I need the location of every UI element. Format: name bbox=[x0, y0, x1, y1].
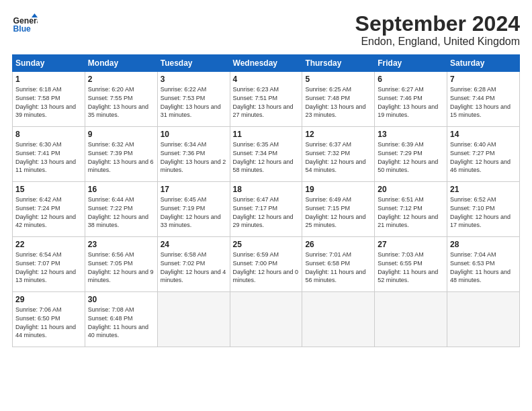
day-number: 6 bbox=[378, 74, 444, 85]
table-row: 19Sunrise: 6:49 AM Sunset: 7:15 PM Dayli… bbox=[302, 182, 375, 237]
day-info: Sunrise: 6:51 AM Sunset: 7:12 PM Dayligh… bbox=[378, 195, 444, 229]
col-thursday: Thursday bbox=[302, 55, 375, 72]
day-info: Sunrise: 6:25 AM Sunset: 7:48 PM Dayligh… bbox=[305, 85, 371, 119]
day-number: 16 bbox=[88, 184, 154, 195]
day-info: Sunrise: 6:23 AM Sunset: 7:51 PM Dayligh… bbox=[233, 85, 300, 119]
day-info: Sunrise: 6:56 AM Sunset: 7:05 PM Dayligh… bbox=[88, 250, 154, 284]
day-info: Sunrise: 6:37 AM Sunset: 7:32 PM Dayligh… bbox=[305, 140, 371, 174]
table-row: 25Sunrise: 6:59 AM Sunset: 7:00 PM Dayli… bbox=[230, 237, 302, 292]
table-row: 22Sunrise: 6:54 AM Sunset: 7:07 PM Dayli… bbox=[13, 237, 85, 292]
day-info: Sunrise: 6:44 AM Sunset: 7:22 PM Dayligh… bbox=[88, 195, 154, 229]
day-number: 13 bbox=[378, 129, 444, 140]
calendar-week-row: 1Sunrise: 6:18 AM Sunset: 7:58 PM Daylig… bbox=[13, 72, 520, 127]
day-number: 30 bbox=[88, 294, 154, 305]
table-row: 28Sunrise: 7:04 AM Sunset: 6:53 PM Dayli… bbox=[447, 237, 520, 292]
day-number: 24 bbox=[161, 239, 227, 250]
day-number: 19 bbox=[305, 184, 371, 195]
day-number: 4 bbox=[233, 74, 300, 85]
day-number: 25 bbox=[233, 239, 300, 250]
calendar-title: September 2024 bbox=[355, 12, 520, 36]
table-row: 1Sunrise: 6:18 AM Sunset: 7:58 PM Daylig… bbox=[13, 72, 85, 127]
day-info: Sunrise: 7:03 AM Sunset: 6:55 PM Dayligh… bbox=[378, 250, 444, 284]
table-row: 9Sunrise: 6:32 AM Sunset: 7:39 PM Daylig… bbox=[85, 127, 157, 182]
svg-marker-2 bbox=[32, 13, 38, 17]
table-row: 17Sunrise: 6:45 AM Sunset: 7:19 PM Dayli… bbox=[157, 182, 230, 237]
day-info: Sunrise: 6:18 AM Sunset: 7:58 PM Dayligh… bbox=[15, 85, 82, 119]
table-row bbox=[230, 292, 302, 347]
table-row bbox=[157, 292, 230, 347]
day-info: Sunrise: 6:28 AM Sunset: 7:44 PM Dayligh… bbox=[450, 85, 517, 119]
calendar-table: Sunday Monday Tuesday Wednesday Thursday… bbox=[12, 54, 520, 347]
day-number: 17 bbox=[161, 184, 227, 195]
day-number: 10 bbox=[161, 129, 227, 140]
table-row: 29Sunrise: 7:06 AM Sunset: 6:50 PM Dayli… bbox=[13, 292, 85, 347]
day-number: 20 bbox=[378, 184, 444, 195]
table-row: 12Sunrise: 6:37 AM Sunset: 7:32 PM Dayli… bbox=[302, 127, 375, 182]
table-row: 23Sunrise: 6:56 AM Sunset: 7:05 PM Dayli… bbox=[85, 237, 157, 292]
day-info: Sunrise: 7:06 AM Sunset: 6:50 PM Dayligh… bbox=[15, 306, 82, 339]
header: General Blue September 2024 Endon, Engla… bbox=[12, 12, 520, 48]
day-number: 9 bbox=[88, 129, 154, 140]
day-number: 18 bbox=[233, 184, 300, 195]
page: General Blue September 2024 Endon, Engla… bbox=[0, 0, 532, 411]
day-info: Sunrise: 6:45 AM Sunset: 7:19 PM Dayligh… bbox=[161, 195, 227, 229]
day-number: 3 bbox=[161, 74, 227, 85]
table-row: 11Sunrise: 6:35 AM Sunset: 7:34 PM Dayli… bbox=[230, 127, 302, 182]
calendar-subtitle: Endon, England, United Kingdom bbox=[355, 36, 520, 48]
day-number: 28 bbox=[450, 239, 517, 250]
col-sunday: Sunday bbox=[13, 55, 85, 72]
day-info: Sunrise: 6:47 AM Sunset: 7:17 PM Dayligh… bbox=[233, 195, 300, 229]
day-number: 21 bbox=[450, 184, 517, 195]
table-row: 16Sunrise: 6:44 AM Sunset: 7:22 PM Dayli… bbox=[85, 182, 157, 237]
table-row bbox=[375, 292, 447, 347]
calendar-week-row: 8Sunrise: 6:30 AM Sunset: 7:41 PM Daylig… bbox=[13, 127, 520, 182]
table-row: 21Sunrise: 6:52 AM Sunset: 7:10 PM Dayli… bbox=[447, 182, 520, 237]
day-info: Sunrise: 6:27 AM Sunset: 7:46 PM Dayligh… bbox=[378, 85, 444, 119]
table-row bbox=[302, 292, 375, 347]
day-info: Sunrise: 6:58 AM Sunset: 7:02 PM Dayligh… bbox=[161, 250, 227, 284]
day-number: 29 bbox=[15, 294, 82, 305]
day-number: 12 bbox=[305, 129, 371, 140]
calendar-header-row: Sunday Monday Tuesday Wednesday Thursday… bbox=[13, 55, 520, 72]
col-wednesday: Wednesday bbox=[230, 55, 302, 72]
day-info: Sunrise: 6:22 AM Sunset: 7:53 PM Dayligh… bbox=[161, 85, 227, 119]
day-info: Sunrise: 6:40 AM Sunset: 7:27 PM Dayligh… bbox=[450, 140, 517, 174]
day-number: 23 bbox=[88, 239, 154, 250]
day-info: Sunrise: 7:08 AM Sunset: 6:48 PM Dayligh… bbox=[88, 306, 154, 339]
table-row: 3Sunrise: 6:22 AM Sunset: 7:53 PM Daylig… bbox=[157, 72, 230, 127]
table-row: 30Sunrise: 7:08 AM Sunset: 6:48 PM Dayli… bbox=[85, 292, 157, 347]
day-info: Sunrise: 6:34 AM Sunset: 7:36 PM Dayligh… bbox=[161, 140, 227, 174]
table-row: 15Sunrise: 6:42 AM Sunset: 7:24 PM Dayli… bbox=[13, 182, 85, 237]
day-info: Sunrise: 6:20 AM Sunset: 7:55 PM Dayligh… bbox=[88, 85, 154, 119]
logo: General Blue bbox=[12, 12, 38, 38]
day-number: 15 bbox=[15, 184, 82, 195]
table-row: 6Sunrise: 6:27 AM Sunset: 7:46 PM Daylig… bbox=[375, 72, 447, 127]
table-row: 10Sunrise: 6:34 AM Sunset: 7:36 PM Dayli… bbox=[157, 127, 230, 182]
day-number: 1 bbox=[15, 74, 82, 85]
day-info: Sunrise: 6:42 AM Sunset: 7:24 PM Dayligh… bbox=[15, 195, 82, 229]
day-info: Sunrise: 6:59 AM Sunset: 7:00 PM Dayligh… bbox=[233, 250, 300, 284]
col-monday: Monday bbox=[85, 55, 157, 72]
table-row: 24Sunrise: 6:58 AM Sunset: 7:02 PM Dayli… bbox=[157, 237, 230, 292]
day-number: 5 bbox=[305, 74, 371, 85]
table-row: 18Sunrise: 6:47 AM Sunset: 7:17 PM Dayli… bbox=[230, 182, 302, 237]
day-number: 26 bbox=[305, 239, 371, 250]
table-row bbox=[447, 292, 520, 347]
logo-svg: General Blue bbox=[12, 12, 38, 38]
svg-text:Blue: Blue bbox=[13, 24, 32, 34]
col-saturday: Saturday bbox=[447, 55, 520, 72]
table-row: 20Sunrise: 6:51 AM Sunset: 7:12 PM Dayli… bbox=[375, 182, 447, 237]
calendar-week-row: 15Sunrise: 6:42 AM Sunset: 7:24 PM Dayli… bbox=[13, 182, 520, 237]
day-info: Sunrise: 6:35 AM Sunset: 7:34 PM Dayligh… bbox=[233, 140, 300, 174]
calendar-week-row: 29Sunrise: 7:06 AM Sunset: 6:50 PM Dayli… bbox=[13, 292, 520, 347]
day-info: Sunrise: 6:39 AM Sunset: 7:29 PM Dayligh… bbox=[378, 140, 444, 174]
col-tuesday: Tuesday bbox=[157, 55, 230, 72]
table-row: 7Sunrise: 6:28 AM Sunset: 7:44 PM Daylig… bbox=[447, 72, 520, 127]
day-info: Sunrise: 6:52 AM Sunset: 7:10 PM Dayligh… bbox=[450, 195, 517, 229]
day-info: Sunrise: 7:04 AM Sunset: 6:53 PM Dayligh… bbox=[450, 250, 517, 284]
day-number: 11 bbox=[233, 129, 300, 140]
calendar-week-row: 22Sunrise: 6:54 AM Sunset: 7:07 PM Dayli… bbox=[13, 237, 520, 292]
table-row: 5Sunrise: 6:25 AM Sunset: 7:48 PM Daylig… bbox=[302, 72, 375, 127]
day-number: 2 bbox=[88, 74, 154, 85]
table-row: 26Sunrise: 7:01 AM Sunset: 6:58 PM Dayli… bbox=[302, 237, 375, 292]
